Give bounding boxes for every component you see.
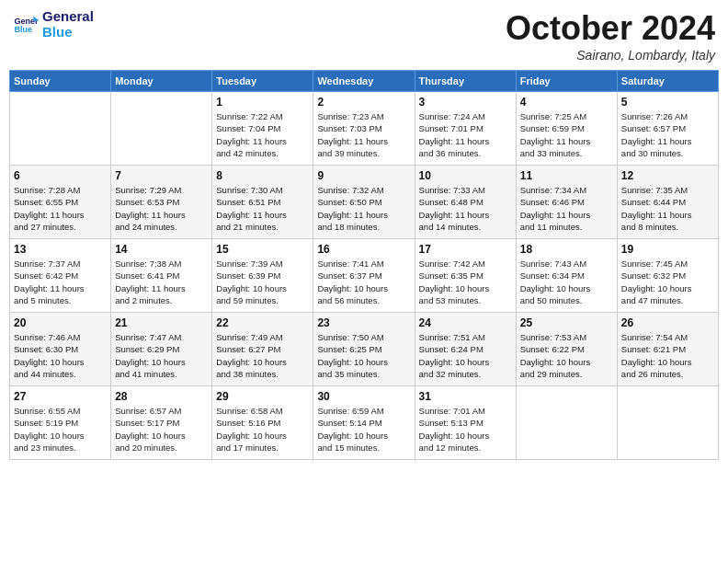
calendar-cell: 30Sunrise: 6:59 AMSunset: 5:14 PMDayligh… <box>313 386 415 460</box>
day-info: Sunrise: 6:55 AMSunset: 5:19 PMDaylight:… <box>14 405 107 454</box>
logo-icon: General Blue <box>13 12 39 38</box>
location: Sairano, Lombardy, Italy <box>506 48 715 63</box>
day-number: 31 <box>419 390 512 403</box>
day-number: 24 <box>419 316 512 329</box>
calendar-cell: 25Sunrise: 7:53 AMSunset: 6:22 PMDayligh… <box>516 313 617 386</box>
calendar-cell <box>516 386 617 460</box>
weekday-monday: Monday <box>111 71 212 92</box>
calendar-cell: 4Sunrise: 7:25 AMSunset: 6:59 PMDaylight… <box>516 92 617 166</box>
day-info: Sunrise: 7:50 AMSunset: 6:25 PMDaylight:… <box>317 331 410 380</box>
day-number: 21 <box>115 316 208 329</box>
calendar-cell: 10Sunrise: 7:33 AMSunset: 6:48 PMDayligh… <box>415 166 516 239</box>
day-info: Sunrise: 6:59 AMSunset: 5:14 PMDaylight:… <box>317 405 410 454</box>
calendar-cell: 16Sunrise: 7:41 AMSunset: 6:37 PMDayligh… <box>313 239 415 313</box>
day-info: Sunrise: 6:58 AMSunset: 5:16 PMDaylight:… <box>216 405 309 454</box>
calendar-cell: 3Sunrise: 7:24 AMSunset: 7:01 PMDaylight… <box>415 92 516 166</box>
day-number: 13 <box>14 243 107 256</box>
day-number: 22 <box>216 316 309 329</box>
weekday-friday: Friday <box>516 71 617 92</box>
calendar-week-2: 6Sunrise: 7:28 AMSunset: 6:55 PMDaylight… <box>10 166 719 239</box>
day-number: 16 <box>317 243 410 256</box>
calendar-cell: 17Sunrise: 7:42 AMSunset: 6:35 PMDayligh… <box>415 239 516 313</box>
weekday-thursday: Thursday <box>415 71 516 92</box>
day-number: 7 <box>115 169 208 182</box>
calendar-cell: 27Sunrise: 6:55 AMSunset: 5:19 PMDayligh… <box>10 386 111 460</box>
calendar-cell: 24Sunrise: 7:51 AMSunset: 6:24 PMDayligh… <box>415 313 516 386</box>
calendar-cell: 6Sunrise: 7:28 AMSunset: 6:55 PMDaylight… <box>10 166 111 239</box>
calendar-cell: 14Sunrise: 7:38 AMSunset: 6:41 PMDayligh… <box>111 239 212 313</box>
logo-line1: General <box>42 9 94 25</box>
day-number: 2 <box>317 96 410 109</box>
day-number: 18 <box>520 243 613 256</box>
page-header: General Blue General Blue October 2024 S… <box>9 9 719 63</box>
calendar-cell: 12Sunrise: 7:35 AMSunset: 6:44 PMDayligh… <box>617 166 718 239</box>
calendar-week-5: 27Sunrise: 6:55 AMSunset: 5:19 PMDayligh… <box>10 386 719 460</box>
svg-text:Blue: Blue <box>14 25 32 34</box>
month-title: October 2024 <box>506 9 715 48</box>
day-number: 14 <box>115 243 208 256</box>
day-info: Sunrise: 7:34 AMSunset: 6:46 PMDaylight:… <box>520 184 613 233</box>
calendar-cell: 15Sunrise: 7:39 AMSunset: 6:39 PMDayligh… <box>212 239 313 313</box>
calendar-week-1: 1Sunrise: 7:22 AMSunset: 7:04 PMDaylight… <box>10 92 719 166</box>
day-number: 3 <box>419 96 512 109</box>
calendar-cell: 26Sunrise: 7:54 AMSunset: 6:21 PMDayligh… <box>617 313 718 386</box>
calendar-cell: 1Sunrise: 7:22 AMSunset: 7:04 PMDaylight… <box>212 92 313 166</box>
day-number: 6 <box>14 169 107 182</box>
calendar-cell: 13Sunrise: 7:37 AMSunset: 6:42 PMDayligh… <box>10 239 111 313</box>
day-number: 12 <box>621 169 714 182</box>
day-number: 10 <box>419 169 512 182</box>
calendar-cell: 5Sunrise: 7:26 AMSunset: 6:57 PMDaylight… <box>617 92 718 166</box>
calendar-cell: 31Sunrise: 7:01 AMSunset: 5:13 PMDayligh… <box>415 386 516 460</box>
calendar-cell: 7Sunrise: 7:29 AMSunset: 6:53 PMDaylight… <box>111 166 212 239</box>
day-number: 23 <box>317 316 410 329</box>
calendar-cell: 20Sunrise: 7:46 AMSunset: 6:30 PMDayligh… <box>10 313 111 386</box>
logo-line2: Blue <box>42 25 94 40</box>
weekday-saturday: Saturday <box>617 71 718 92</box>
calendar-week-3: 13Sunrise: 7:37 AMSunset: 6:42 PMDayligh… <box>10 239 719 313</box>
day-number: 30 <box>317 390 410 403</box>
day-info: Sunrise: 7:53 AMSunset: 6:22 PMDaylight:… <box>520 331 613 380</box>
day-info: Sunrise: 7:45 AMSunset: 6:32 PMDaylight:… <box>621 258 714 306</box>
calendar-cell: 22Sunrise: 7:49 AMSunset: 6:27 PMDayligh… <box>212 313 313 386</box>
day-info: Sunrise: 7:39 AMSunset: 6:39 PMDaylight:… <box>216 258 309 306</box>
day-number: 29 <box>216 390 309 403</box>
weekday-tuesday: Tuesday <box>212 71 313 92</box>
calendar-cell: 19Sunrise: 7:45 AMSunset: 6:32 PMDayligh… <box>617 239 718 313</box>
day-info: Sunrise: 7:46 AMSunset: 6:30 PMDaylight:… <box>14 331 107 380</box>
weekday-wednesday: Wednesday <box>313 71 415 92</box>
calendar-cell: 8Sunrise: 7:30 AMSunset: 6:51 PMDaylight… <box>212 166 313 239</box>
day-info: Sunrise: 7:54 AMSunset: 6:21 PMDaylight:… <box>621 331 714 380</box>
day-info: Sunrise: 7:26 AMSunset: 6:57 PMDaylight:… <box>621 110 714 159</box>
calendar-body: 1Sunrise: 7:22 AMSunset: 7:04 PMDaylight… <box>10 92 719 460</box>
day-info: Sunrise: 7:30 AMSunset: 6:51 PMDaylight:… <box>216 184 309 233</box>
calendar-cell: 28Sunrise: 6:57 AMSunset: 5:17 PMDayligh… <box>111 386 212 460</box>
day-info: Sunrise: 6:57 AMSunset: 5:17 PMDaylight:… <box>115 405 208 454</box>
calendar-cell: 11Sunrise: 7:34 AMSunset: 6:46 PMDayligh… <box>516 166 617 239</box>
day-info: Sunrise: 7:42 AMSunset: 6:35 PMDaylight:… <box>419 258 512 306</box>
calendar-cell: 9Sunrise: 7:32 AMSunset: 6:50 PMDaylight… <box>313 166 415 239</box>
title-block: October 2024 Sairano, Lombardy, Italy <box>506 9 715 63</box>
calendar-table: SundayMondayTuesdayWednesdayThursdayFrid… <box>9 70 719 460</box>
day-number: 8 <box>216 169 309 182</box>
day-info: Sunrise: 7:33 AMSunset: 6:48 PMDaylight:… <box>419 184 512 233</box>
day-info: Sunrise: 7:37 AMSunset: 6:42 PMDaylight:… <box>14 258 107 306</box>
calendar-cell <box>111 92 212 166</box>
day-info: Sunrise: 7:25 AMSunset: 6:59 PMDaylight:… <box>520 110 613 159</box>
day-number: 27 <box>14 390 107 403</box>
day-info: Sunrise: 7:32 AMSunset: 6:50 PMDaylight:… <box>317 184 410 233</box>
calendar-cell: 2Sunrise: 7:23 AMSunset: 7:03 PMDaylight… <box>313 92 415 166</box>
calendar-cell <box>10 92 111 166</box>
day-info: Sunrise: 7:49 AMSunset: 6:27 PMDaylight:… <box>216 331 309 380</box>
day-info: Sunrise: 7:22 AMSunset: 7:04 PMDaylight:… <box>216 110 309 159</box>
day-number: 11 <box>520 169 613 182</box>
day-info: Sunrise: 7:38 AMSunset: 6:41 PMDaylight:… <box>115 258 208 306</box>
calendar-cell: 21Sunrise: 7:47 AMSunset: 6:29 PMDayligh… <box>111 313 212 386</box>
day-info: Sunrise: 7:01 AMSunset: 5:13 PMDaylight:… <box>419 405 512 454</box>
calendar-cell <box>617 386 718 460</box>
day-info: Sunrise: 7:43 AMSunset: 6:34 PMDaylight:… <box>520 258 613 306</box>
day-number: 17 <box>419 243 512 256</box>
day-info: Sunrise: 7:41 AMSunset: 6:37 PMDaylight:… <box>317 258 410 306</box>
day-number: 25 <box>520 316 613 329</box>
calendar-cell: 18Sunrise: 7:43 AMSunset: 6:34 PMDayligh… <box>516 239 617 313</box>
day-number: 4 <box>520 96 613 109</box>
